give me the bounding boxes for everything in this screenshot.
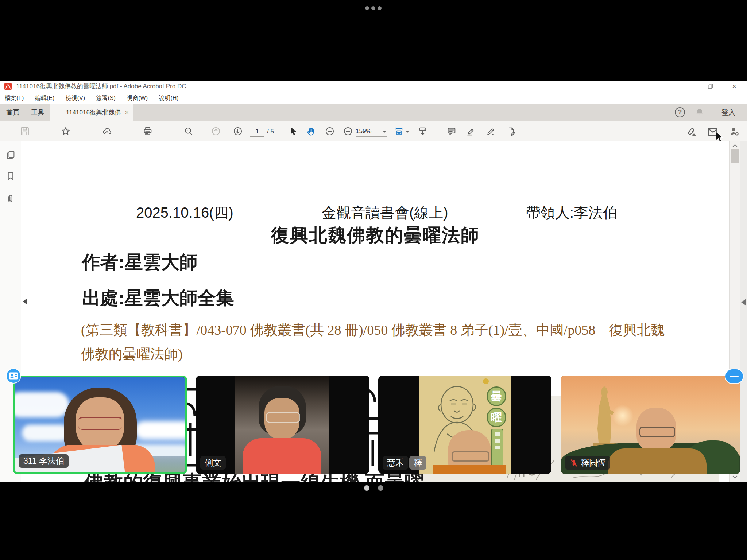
- hide-videos-button[interactable]: [725, 369, 743, 383]
- mouse-cursor: [715, 131, 724, 143]
- cover-title-char: 曜: [487, 408, 506, 427]
- hand-tool-icon[interactable]: [306, 126, 317, 137]
- more-tools-icon[interactable]: [506, 126, 517, 137]
- tab-close-icon[interactable]: ×: [125, 104, 129, 121]
- sign-in-button[interactable]: 登入: [716, 104, 741, 121]
- menu-bar: 檔案(F) 編輯(E) 檢視(V) 簽署(S) 視窗(W) 說明(H): [0, 92, 747, 104]
- doc-leader: 帶領人:李法伯: [526, 203, 618, 223]
- cloud: [135, 421, 187, 439]
- menu-window[interactable]: 視窗(W): [122, 92, 152, 104]
- fill-sign-pen-icon[interactable]: [486, 126, 497, 137]
- menu-sign[interactable]: 簽署(S): [91, 92, 120, 104]
- shared-screen: 1141016復興北魏佛教的曇曜法師.pdf - Adobe Acrobat P…: [0, 0, 747, 560]
- video-tile-speaker[interactable]: 311 李法伯: [13, 376, 187, 474]
- next-page-icon[interactable]: [233, 126, 244, 137]
- participant-name-label: 釋圓恆: [565, 456, 610, 470]
- meeting-controls-handle[interactable]: [364, 5, 383, 12]
- select-tool-icon[interactable]: [288, 126, 299, 137]
- book-cover: 曇 曜: [419, 376, 511, 474]
- save-icon[interactable]: [20, 126, 31, 137]
- fit-width-icon[interactable]: [394, 126, 405, 137]
- acrobat-logo-icon: [4, 83, 12, 90]
- doc-author: 作者:星雲大師: [82, 250, 198, 275]
- title-bar: 1141016復興北魏佛教的曇曜法師.pdf - Adobe Acrobat P…: [0, 81, 747, 92]
- cloud: [22, 425, 69, 441]
- cloud: [13, 392, 69, 417]
- video-tile[interactable]: 曇 曜 慧禾 釋: [378, 376, 551, 474]
- bookmarks-icon[interactable]: [5, 171, 16, 182]
- share-link-icon[interactable]: [686, 126, 697, 137]
- tab-strip: 首頁 工具 1141016復興北魏佛... × ? 登入: [0, 104, 747, 121]
- zoom-level-select[interactable]: 159%: [356, 126, 387, 137]
- window-title: 1141016復興北魏佛教的曇曜法師.pdf - Adobe Acrobat P…: [16, 81, 186, 92]
- doc-title: 復興北魏佛教的曇曜法師: [21, 223, 729, 248]
- handle-dot: [378, 6, 382, 10]
- cloud-upload-icon[interactable]: [102, 126, 113, 137]
- page-total-label: / 5: [267, 127, 274, 136]
- person-card-icon: [7, 369, 20, 383]
- minimize-button[interactable]: —: [681, 81, 694, 92]
- person-robe: [608, 448, 707, 474]
- doc-event: 金觀音讀書會(線上): [322, 203, 448, 223]
- previous-page-arrow-icon[interactable]: [23, 298, 27, 305]
- mic-off-icon: [569, 459, 578, 467]
- comment-icon[interactable]: [446, 126, 457, 137]
- previous-page-icon[interactable]: [211, 126, 222, 137]
- zoom-out-icon[interactable]: [325, 126, 336, 137]
- cover-title-char: 曇: [487, 386, 506, 406]
- chevron-down-icon: [383, 131, 386, 133]
- tab-document[interactable]: 1141016復興北魏佛... ×: [50, 104, 133, 121]
- tab-tools[interactable]: 工具: [26, 104, 50, 121]
- attachments-paperclip-icon[interactable]: [5, 193, 16, 204]
- restore-button[interactable]: [704, 81, 717, 92]
- menu-edit[interactable]: 編輯(E): [30, 92, 59, 104]
- help-icon[interactable]: ?: [675, 107, 685, 117]
- doc-source: 出處:星雲大師全集: [82, 286, 234, 310]
- person-glasses: [452, 451, 489, 462]
- star-favorite-icon[interactable]: [61, 126, 71, 137]
- page-display-icon[interactable]: [418, 126, 429, 137]
- zoom-in-icon[interactable]: [343, 126, 354, 137]
- chevron-down-icon[interactable]: [406, 131, 409, 133]
- carousel-dot[interactable]: [378, 485, 383, 491]
- doc-date: 2025.10.16(四): [136, 203, 233, 223]
- bottom-bar: [0, 482, 747, 560]
- participant-name-label: 俐文: [200, 456, 226, 470]
- toolbar: 1 / 5 159%: [0, 121, 747, 142]
- video-tile[interactable]: 俐文: [196, 376, 369, 474]
- page-number-input[interactable]: 1: [250, 127, 264, 137]
- page-thumbnails-icon[interactable]: [5, 149, 16, 160]
- menu-help[interactable]: 說明(H): [154, 92, 183, 104]
- handle-dot: [371, 6, 375, 10]
- person-glasses: [266, 412, 300, 423]
- print-icon[interactable]: [143, 126, 154, 137]
- participant-name-label: 慧禾: [383, 456, 408, 470]
- participant-name-badge: 釋: [409, 456, 426, 470]
- video-tile[interactable]: 釋圓恆: [561, 376, 740, 474]
- scrollbar-thumb[interactable]: [731, 149, 739, 163]
- search-icon[interactable]: [183, 126, 194, 137]
- person-glasses: [639, 427, 675, 438]
- handle-dot: [365, 6, 369, 10]
- scroll-down-icon[interactable]: [732, 475, 738, 479]
- carousel-dot-active[interactable]: [364, 485, 369, 491]
- minus-icon: [730, 376, 739, 377]
- close-button[interactable]: ✕: [728, 81, 740, 92]
- menu-file[interactable]: 檔案(F): [0, 92, 28, 104]
- doc-citation-line1: (第三類【教科書】/043-070 佛教叢書(共 28 冊)/050 佛教叢書 …: [81, 321, 665, 339]
- tab-home[interactable]: 首頁: [0, 104, 26, 121]
- doc-citation-line2: 佛教的曇曜法師): [81, 345, 183, 363]
- notification-bell-icon[interactable]: [694, 107, 705, 118]
- person-glasses: [78, 417, 122, 430]
- add-person-icon[interactable]: [729, 126, 740, 137]
- collapse-panel-arrow-icon[interactable]: [741, 299, 746, 306]
- menu-view[interactable]: 檢視(V): [61, 92, 90, 104]
- highlighter-icon[interactable]: [466, 126, 477, 137]
- participants-panel-button[interactable]: [7, 369, 20, 383]
- scroll-up-icon[interactable]: [732, 144, 738, 148]
- cover-dot: [483, 378, 489, 384]
- right-edge-column: [740, 141, 747, 482]
- person-shirt: [243, 438, 321, 474]
- cover-title-stem: [491, 429, 503, 470]
- participant-name-label: 311 李法伯: [19, 454, 69, 468]
